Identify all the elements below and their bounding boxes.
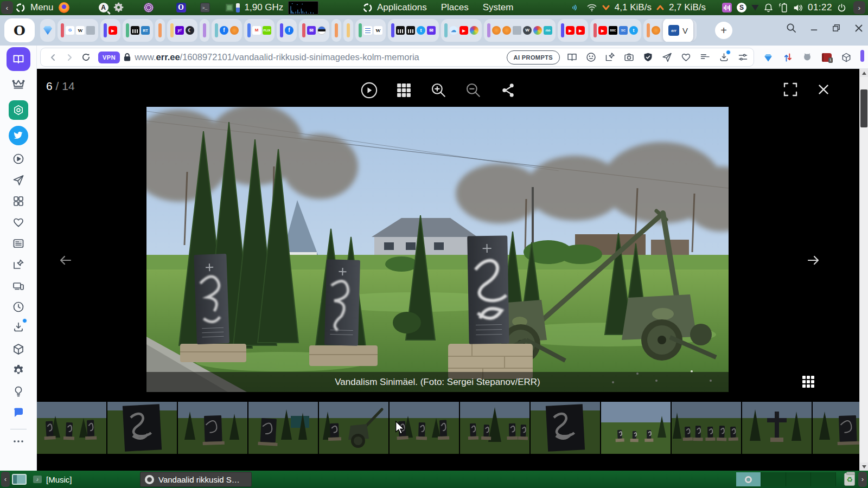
wifi-icon[interactable]: [586, 3, 597, 12]
tab-search-icon[interactable]: [786, 23, 796, 33]
thumbnail-1[interactable]: [37, 402, 106, 454]
workspace-3[interactable]: [786, 472, 811, 486]
wordpress-favicon[interactable]: [523, 26, 532, 35]
fox-favicon[interactable]: [652, 26, 660, 35]
battery-charging-icon[interactable]: [778, 2, 788, 13]
extension-cube-icon[interactable]: [840, 51, 853, 64]
tab-group-10[interactable]: [277, 19, 297, 42]
extension-dict-icon[interactable]: 1: [820, 51, 833, 64]
thumbnail-11[interactable]: [742, 402, 812, 454]
sidebar-panel-toggle[interactable]: [860, 50, 864, 62]
moon-favicon[interactable]: [186, 26, 194, 35]
panel-collapse-left-button[interactable]: ‹: [1, 1, 13, 14]
new-tab-button[interactable]: +: [715, 22, 732, 39]
rt-favicon[interactable]: [141, 26, 150, 35]
power-icon[interactable]: [837, 3, 846, 12]
tab-group-11[interactable]: [299, 19, 329, 42]
back-button[interactable]: [45, 49, 61, 66]
scroll-down-arrow[interactable]: [860, 463, 868, 471]
extension-updown-icon[interactable]: [781, 51, 794, 64]
pulseaudio-icon[interactable]: [722, 3, 732, 12]
gmail-favicon[interactable]: [252, 26, 261, 35]
notifications-bell-icon[interactable]: [764, 3, 773, 12]
tab-group-1[interactable]: [40, 19, 55, 42]
taskbar-item-active[interactable]: Vandaalid rikkusid S…: [140, 472, 252, 487]
firefox-icon[interactable]: [59, 2, 69, 13]
zoom-out-icon[interactable]: [464, 81, 482, 99]
tab-group-15[interactable]: [388, 19, 439, 42]
archive-favicon[interactable]: [396, 26, 405, 35]
fox-favicon[interactable]: [502, 26, 511, 35]
thumbnail-grid-button[interactable]: [799, 373, 818, 391]
tab-group-20[interactable]: V: [643, 19, 697, 42]
sidebar-item-crown[interactable]: [7, 72, 30, 97]
gears-icon[interactable]: [113, 2, 124, 13]
wikipedia-favicon[interactable]: [374, 26, 382, 35]
grid-view-icon[interactable]: [394, 81, 413, 99]
download-icon[interactable]: [717, 51, 730, 64]
vpn-badge[interactable]: VPN: [98, 52, 120, 63]
sidebar-item-heart[interactable]: [7, 211, 30, 233]
envelope-favicon[interactable]: [307, 26, 316, 35]
soundcloud-favicon[interactable]: [619, 26, 628, 35]
bbc-favicon[interactable]: [609, 26, 617, 35]
twitter-favicon[interactable]: [417, 26, 425, 35]
sidebar-item-news[interactable]: [7, 233, 30, 254]
url-text[interactable]: www.err.ee/1608972101/vandaalid-rikkusid…: [135, 52, 506, 62]
close-window-button[interactable]: [854, 23, 864, 33]
active-tab[interactable]: V: [663, 19, 693, 42]
ibb-favicon[interactable]: [544, 26, 552, 35]
scroll-up-arrow[interactable]: [860, 69, 868, 77]
scrollbar-thumb[interactable]: [860, 89, 867, 127]
tab-group-5[interactable]: [155, 19, 165, 42]
tab-group-3[interactable]: [100, 19, 120, 42]
sidebar-item-pinedit[interactable]: [7, 254, 30, 275]
slideshow-play-icon[interactable]: [360, 81, 378, 99]
cpu-graph[interactable]: [288, 1, 318, 15]
thumbnail-12[interactable]: [813, 402, 859, 454]
estonia-favicon[interactable]: [317, 26, 326, 35]
tab-group-6[interactable]: [167, 19, 197, 42]
forward-button[interactable]: [61, 49, 78, 66]
sidebar-item-download[interactable]: [7, 317, 30, 338]
send-icon[interactable]: [660, 51, 673, 64]
sidebar-item-bookmarks[interactable]: [7, 46, 30, 72]
opera-tray-icon[interactable]: O: [176, 3, 186, 12]
tab-group-16[interactable]: [441, 19, 482, 42]
tab-group-14[interactable]: [355, 19, 386, 42]
close-lightbox-button[interactable]: [814, 80, 833, 99]
sidebar-item-player[interactable]: [7, 148, 30, 169]
google-favicon[interactable]: [66, 26, 74, 35]
youtube-favicon[interactable]: [576, 26, 585, 35]
zoom-in-icon[interactable]: [429, 81, 448, 99]
menu-system[interactable]: System: [483, 2, 514, 13]
trash-icon[interactable]: ♻: [844, 473, 855, 486]
sidebar-item-twitter[interactable]: [7, 123, 30, 148]
youtube-favicon[interactable]: [108, 26, 117, 35]
taskbar-collapse-right-button[interactable]: ›: [858, 472, 867, 487]
menu-places[interactable]: Places: [441, 2, 469, 13]
tab-group-13[interactable]: [343, 19, 353, 42]
pinedit-icon[interactable]: [603, 51, 616, 64]
fullscreen-button[interactable]: [781, 80, 800, 99]
sidebar-more-button[interactable]: [7, 431, 30, 452]
page-scrollbar[interactable]: [859, 69, 868, 471]
accessibility-magnifier-icon[interactable]: A: [99, 3, 108, 12]
share-icon[interactable]: [499, 81, 517, 99]
tab-group-9[interactable]: [244, 19, 275, 42]
facebook-favicon[interactable]: [220, 26, 228, 35]
sidebar-item-settings[interactable]: [7, 359, 30, 381]
sheet-favicon[interactable]: [363, 26, 372, 35]
archive-favicon[interactable]: [406, 26, 415, 35]
shield-icon[interactable]: [641, 51, 654, 64]
volume-icon[interactable]: [793, 3, 803, 12]
sidebar-item-bulb[interactable]: [7, 381, 30, 402]
emoji-icon[interactable]: [584, 51, 597, 64]
camera-icon[interactable]: [622, 51, 635, 64]
reload-button[interactable]: [78, 49, 94, 66]
thumbnail-8[interactable]: [531, 402, 600, 454]
cloud-favicon[interactable]: [449, 26, 458, 35]
workspace-1[interactable]: [736, 472, 761, 486]
minimize-button[interactable]: [809, 23, 819, 33]
sidebar-item-history[interactable]: [7, 296, 30, 317]
